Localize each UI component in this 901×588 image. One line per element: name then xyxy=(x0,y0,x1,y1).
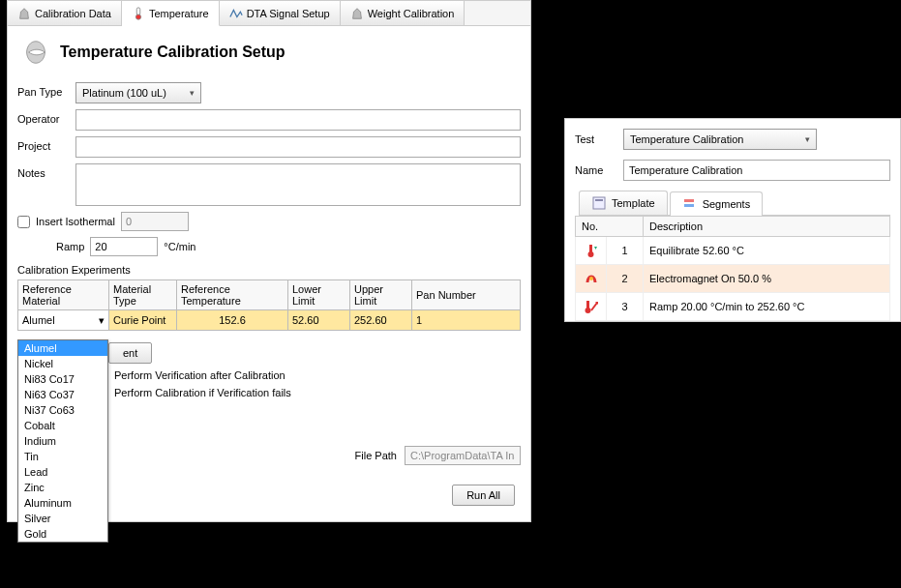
operator-input[interactable] xyxy=(75,109,521,131)
svg-point-1 xyxy=(135,14,140,18)
segments-panel: Test Temperature Calibration ▾ Name Temp… xyxy=(564,118,901,322)
col-material-type[interactable]: Material Type xyxy=(109,280,177,310)
segment-description: Equilibrate 52.60 °C xyxy=(644,237,890,265)
calibration-setup-panel: Calibration Data Temperature DTA Signal … xyxy=(7,0,531,522)
svg-rect-2 xyxy=(593,197,605,209)
insert-isothermal-checkbox[interactable] xyxy=(17,216,30,228)
right-tabs: Template Segments xyxy=(579,191,890,216)
chevron-down-icon: ▾ xyxy=(99,314,105,327)
pan-type-label: Pan Type xyxy=(17,82,75,98)
segment-number: 2 xyxy=(607,265,644,293)
ramp-input[interactable] xyxy=(90,237,158,256)
insert-isothermal-value[interactable] xyxy=(121,212,189,231)
dd-item-aluminum[interactable]: Aluminum xyxy=(18,495,107,511)
tab-temperature[interactable]: Temperature xyxy=(122,1,220,26)
ramp-unit: °C/min xyxy=(164,241,195,252)
dd-item-alumel[interactable]: Alumel xyxy=(18,340,107,356)
segment-number: 3 xyxy=(607,293,644,321)
reference-material-value: Alumel xyxy=(22,314,55,326)
reference-material-dropdown[interactable]: Alumel Nickel Ni83 Co17 Ni63 Co37 Ni37 C… xyxy=(17,339,108,543)
col-upper-limit[interactable]: Upper Limit xyxy=(350,280,412,310)
col-lower-limit[interactable]: Lower Limit xyxy=(288,280,350,310)
ramp-icon xyxy=(584,299,599,314)
upper-limit-cell: 252.60 xyxy=(350,311,411,329)
tab-segments[interactable]: Segments xyxy=(670,191,764,216)
tab-label: Temperature xyxy=(149,8,209,19)
svg-rect-9 xyxy=(586,301,589,309)
notes-input[interactable] xyxy=(75,163,521,206)
insert-isothermal-label: Insert Isothermal xyxy=(36,216,115,227)
segment-row[interactable]: 1 Equilibrate 52.60 °C xyxy=(576,237,890,265)
dd-item-lead[interactable]: Lead xyxy=(18,464,107,480)
tab-weight-calibration[interactable]: Weight Calibration xyxy=(341,1,466,25)
dd-item-indium[interactable]: Indium xyxy=(18,433,107,449)
pan-type-value: Platinum (100 uL) xyxy=(82,87,166,99)
pan-type-select[interactable]: Platinum (100 uL) ▾ xyxy=(75,82,201,103)
tab-label: DTA Signal Setup xyxy=(247,8,330,19)
thermometer-icon xyxy=(132,7,145,20)
col-pan-number[interactable]: Pan Number xyxy=(412,280,521,310)
dd-item-ni63co37[interactable]: Ni63 Co37 xyxy=(18,387,107,402)
lower-limit-cell: 52.60 xyxy=(288,311,349,329)
calibration-experiments-table: Reference Material Material Type Referen… xyxy=(17,279,521,331)
material-type-cell: Curie Point xyxy=(109,311,176,329)
chevron-down-icon: ▾ xyxy=(190,88,195,98)
name-label: Name xyxy=(575,164,614,176)
table-row[interactable]: Alumel ▾ Curie Point 152.6 52.60 252.60 … xyxy=(18,310,521,331)
segment-row[interactable]: 2 Electromagnet On 50.0 % xyxy=(576,265,890,293)
tab-dta-signal[interactable]: DTA Signal Setup xyxy=(220,1,341,25)
svg-rect-6 xyxy=(589,245,592,252)
svg-point-7 xyxy=(587,251,593,257)
svg-rect-3 xyxy=(595,199,603,201)
equilibrate-icon xyxy=(584,243,599,258)
svg-rect-5 xyxy=(684,204,694,207)
col-no: No. xyxy=(576,217,644,237)
chevron-down-icon: ▾ xyxy=(805,134,810,144)
segment-row[interactable]: 3 Ramp 20.00 °C/min to 252.60 °C xyxy=(576,293,890,321)
tab-label: Segments xyxy=(703,198,751,210)
filepath-label: File Path xyxy=(355,450,397,461)
col-reference-temperature[interactable]: Reference Temperature xyxy=(177,280,288,310)
calibration-experiments-label: Calibration Experiments xyxy=(17,264,521,276)
add-experiment-button[interactable]: ent xyxy=(108,342,152,364)
segment-description: Ramp 20.00 °C/min to 252.60 °C xyxy=(644,293,890,321)
weight-icon xyxy=(350,7,364,20)
run-all-button[interactable]: Run All xyxy=(452,485,515,506)
tab-label: Calibration Data xyxy=(35,8,111,19)
app-logo-icon xyxy=(21,38,50,67)
segments-table: No. Description 1 Equilibrate 52.60 °C 2… xyxy=(575,216,890,321)
col-reference-material[interactable]: Reference Material xyxy=(18,280,109,310)
signal-icon xyxy=(229,7,243,20)
operator-label: Operator xyxy=(17,109,75,125)
notes-label: Notes xyxy=(17,163,75,179)
dd-item-silver[interactable]: Silver xyxy=(18,511,107,526)
col-description: Description xyxy=(644,217,890,237)
dd-item-ni37co63[interactable]: Ni37 Co63 xyxy=(18,402,107,418)
test-select[interactable]: Temperature Calibration ▾ xyxy=(623,129,817,150)
svg-rect-4 xyxy=(684,199,694,202)
page-title: Temperature Calibration Setup xyxy=(60,44,285,61)
project-input[interactable] xyxy=(75,136,521,158)
test-label: Test xyxy=(575,133,614,145)
dd-item-nickel[interactable]: Nickel xyxy=(18,356,107,371)
dd-item-cobalt[interactable]: Cobalt xyxy=(18,418,107,433)
tab-template[interactable]: Template xyxy=(579,191,668,215)
cal-if-fail-label: Perform Calibration if Verification fail… xyxy=(114,387,521,398)
pan-number-cell: 1 xyxy=(412,311,520,329)
reference-temperature-cell: 152.6 xyxy=(177,311,287,329)
test-value: Temperature Calibration xyxy=(630,133,743,145)
main-tabs: Calibration Data Temperature DTA Signal … xyxy=(8,1,530,26)
tab-label: Template xyxy=(612,197,655,209)
filepath-input[interactable] xyxy=(405,446,521,465)
name-input[interactable] xyxy=(623,160,890,181)
segment-description: Electromagnet On 50.0 % xyxy=(644,265,890,293)
dd-item-gold[interactable]: Gold xyxy=(18,526,107,542)
ramp-label: Ramp xyxy=(56,241,84,252)
dd-item-tin[interactable]: Tin xyxy=(18,449,107,464)
reference-material-select[interactable]: Alumel ▾ xyxy=(18,310,108,330)
dd-item-ni83co17[interactable]: Ni83 Co17 xyxy=(18,371,107,387)
weight-icon xyxy=(17,7,31,20)
svg-point-10 xyxy=(585,308,590,313)
tab-calibration-data[interactable]: Calibration Data xyxy=(8,1,122,25)
dd-item-zinc[interactable]: Zinc xyxy=(18,480,107,495)
